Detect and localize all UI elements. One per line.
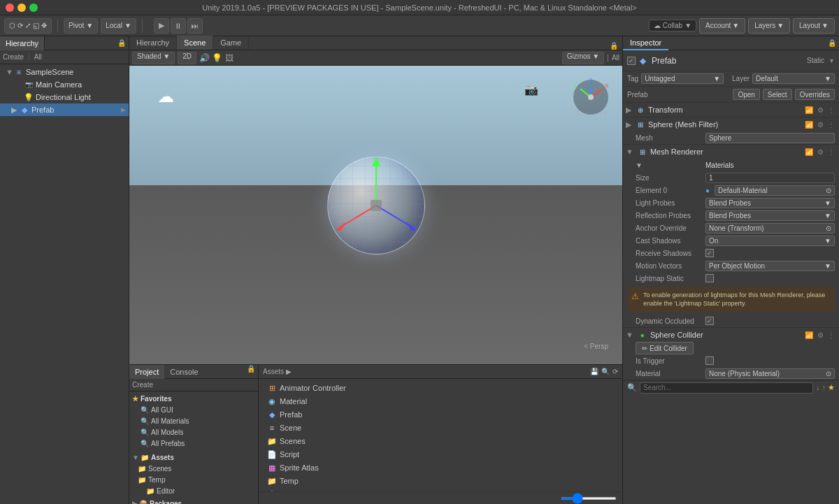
account-button[interactable]: Account ▼ (699, 18, 745, 34)
search-action-2[interactable]: ↑ (822, 383, 826, 392)
step-button[interactable]: ⏭ (187, 18, 203, 34)
fav-all-materials[interactable]: 🔍 All Materials (129, 415, 258, 426)
motion-vectors-dropdown[interactable]: Per Object Motion ▼ (705, 261, 835, 271)
hier-item-scene[interactable]: ▼ ≡ SampleScene (0, 66, 129, 78)
prefab-expand[interactable]: ▶ (121, 106, 129, 113)
edit-collider-button[interactable]: ✏ Edit Collider (636, 342, 694, 354)
game-view-tab[interactable]: Game (213, 36, 249, 50)
light-probes-dropdown[interactable]: Blend Probes ▼ (705, 198, 835, 208)
hier-item-light[interactable]: 💡 Directional Light (0, 91, 129, 103)
asset-script[interactable]: 📄 Script (264, 448, 617, 461)
scene-sphere-object[interactable] (327, 157, 425, 254)
asset-animator-controller[interactable]: ⊞ Animator Controller (264, 382, 617, 394)
layers-button[interactable]: Layers ▼ (748, 18, 790, 34)
transform-header[interactable]: ▶ ⊕ Transform 📶 ⚙ ⋮ (623, 103, 839, 117)
asset-scenes-folder[interactable]: 📁 Scenes (264, 435, 617, 447)
tag-dropdown[interactable]: Untagged ▼ (641, 73, 724, 84)
asset-temp-folder[interactable]: 📁 Temp (264, 475, 617, 487)
zoom-slider[interactable] (561, 497, 617, 500)
mr-settings-icon[interactable]: ⚙ (815, 147, 825, 157)
receive-shadows-checkbox[interactable] (705, 249, 714, 257)
assets-save-icon[interactable]: 💾 (590, 368, 598, 375)
inspector-search-input[interactable] (640, 382, 813, 394)
project-create-label[interactable]: Create (132, 381, 153, 389)
asset-scene[interactable]: ≡ Scene (264, 422, 617, 434)
overrides-button[interactable]: Overrides (795, 89, 835, 100)
sc-material-dropdown[interactable]: None (Physic Material) ⊙ (705, 368, 835, 379)
transform-wifi-icon[interactable]: 📶 (804, 105, 814, 115)
assets-editor-item[interactable]: 📁 Editor (129, 485, 258, 496)
console-tab[interactable]: Console (164, 365, 203, 379)
mesh-renderer-header[interactable]: ▼ ⊞ Mesh Renderer 📶 ⚙ ⋮ (623, 145, 839, 159)
pivot-button[interactable]: Pivot ▼ (64, 18, 98, 34)
asset-sprite-atlas[interactable]: ▦ Sprite Atlas (264, 461, 617, 474)
mf-settings-icon[interactable]: ⚙ (815, 120, 825, 129)
sc-wifi-icon[interactable]: 📶 (804, 330, 814, 340)
assets-refresh-icon[interactable]: ⟳ (612, 368, 618, 375)
is-trigger-checkbox[interactable] (705, 357, 714, 365)
mf-wifi-icon[interactable]: 📶 (804, 120, 814, 129)
mr-overflow-icon[interactable]: ⋮ (826, 147, 836, 157)
assets-tree-section[interactable]: ▼ 📁 Assets (129, 452, 258, 463)
pause-button[interactable]: ⏸ (171, 18, 186, 34)
reflection-probes-dropdown[interactable]: Blend Probes ▼ (705, 210, 835, 221)
hierarchy-lock[interactable]: 🔒 (117, 39, 129, 47)
mr-wifi-icon[interactable]: 📶 (804, 147, 814, 157)
2d-button[interactable]: 2D (178, 52, 196, 64)
layout-button[interactable]: Layout ▼ (793, 18, 835, 34)
play-button[interactable]: ▶ (154, 18, 169, 34)
all-label[interactable]: All (34, 53, 42, 61)
cast-shadows-dropdown[interactable]: On ▼ (705, 236, 835, 246)
mesh-filter-header[interactable]: ▶ ⊞ Sphere (Mesh Filter) 📶 ⚙ ⋮ (623, 117, 839, 131)
assets-temp-item[interactable]: 📁 Temp (129, 474, 258, 485)
pivot-arrow: ▼ (86, 22, 93, 29)
search-action-1[interactable]: ↓ (816, 383, 820, 392)
scene-lock-icon[interactable]: 🔒 (605, 42, 622, 50)
static-dropdown[interactable]: ▼ (829, 57, 835, 64)
hierarchy-tab[interactable]: Hierarchy (0, 36, 45, 50)
fav-all-models[interactable]: 🔍 All Models (129, 426, 258, 438)
maximize-button[interactable] (29, 3, 38, 12)
sphere-collider-header[interactable]: ▼ ● Sphere Collider 📶 ⚙ ⋮ (623, 328, 839, 342)
select-prefab-button[interactable]: Select (763, 89, 792, 100)
scene-view-tab[interactable]: Scene (177, 36, 213, 50)
fav-all-prefabs[interactable]: 🔍 All Prefabs (129, 438, 258, 449)
anchor-override-dropdown[interactable]: None (Transform) ⊙ (705, 223, 835, 233)
lightmap-static-checkbox[interactable] (705, 274, 714, 282)
sc-overflow-icon[interactable]: ⋮ (826, 330, 836, 340)
assets-scenes-item[interactable]: 📁 Scenes (129, 463, 258, 474)
element0-dropdown[interactable]: Default-Material ⊙ (715, 185, 835, 196)
project-tab[interactable]: Project (129, 365, 164, 379)
hier-item-prefab[interactable]: ▶ ◆ Prefab ▶ (0, 103, 129, 116)
local-button[interactable]: Local ▼ (101, 18, 136, 34)
minimize-button[interactable] (17, 3, 26, 12)
transform-settings-icon[interactable]: ⚙ (815, 105, 825, 115)
fav-all-gui[interactable]: 🔍 All GUI (129, 404, 258, 415)
favorites-section[interactable]: ★ Favorites (129, 393, 258, 404)
hierarchy-view-tab[interactable]: Hierarchy (129, 36, 177, 50)
packages-section[interactable]: ▶ 📦 Packages (129, 498, 258, 504)
search-action-3[interactable]: ★ (828, 383, 835, 392)
inspector-tab[interactable]: Inspector (623, 36, 668, 50)
layer-dropdown[interactable]: Default ▼ (752, 73, 835, 84)
open-prefab-button[interactable]: Open (733, 89, 759, 100)
sc-settings-icon[interactable]: ⚙ (815, 330, 825, 340)
transform-overflow-icon[interactable]: ⋮ (826, 105, 836, 115)
size-input[interactable]: 1 (705, 173, 835, 183)
hier-item-camera[interactable]: 📷 Main Camera (0, 78, 129, 91)
inspector-lock-icon[interactable]: 🔒 (828, 39, 836, 47)
mf-overflow-icon[interactable]: ⋮ (826, 120, 836, 129)
asset-prefab[interactable]: ◆ Prefab (264, 408, 617, 421)
toolbar-transform-tools[interactable]: ⬡⟳⤢◱✥ (4, 18, 52, 34)
scene-view-canvas[interactable]: ☁ 📷 (129, 66, 622, 364)
dynamic-occluded-checkbox[interactable] (705, 317, 714, 325)
prefab-enabled-checkbox[interactable] (627, 57, 636, 65)
gizmos-button[interactable]: Gizmos ▼ (562, 52, 605, 64)
close-button[interactable] (6, 3, 14, 12)
create-label[interactable]: Create (3, 53, 24, 61)
project-panel-lock[interactable]: 🔒 (247, 365, 258, 378)
assets-search-icon[interactable]: 🔍 (601, 368, 610, 375)
asset-material[interactable]: ◉ Material (264, 395, 617, 408)
mesh-value-dropdown[interactable]: Sphere (705, 133, 835, 143)
shaded-button[interactable]: Shaded ▼ (132, 52, 175, 64)
